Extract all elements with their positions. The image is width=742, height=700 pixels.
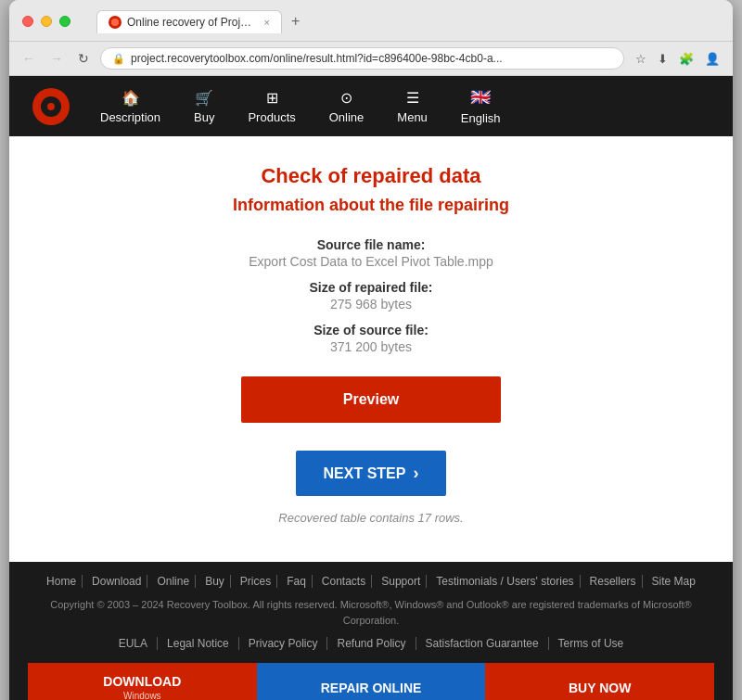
nav-menu-label: Menu	[397, 110, 428, 124]
logo-inner	[41, 96, 61, 117]
footer-link-download[interactable]: Download	[86, 575, 147, 588]
download-status-button[interactable]: ⬇	[654, 50, 672, 68]
site-header: 🏠 Description 🛒 Buy ⊞ Products ⊙ Online …	[9, 76, 733, 136]
flag-icon: 🇬🇧	[470, 87, 491, 108]
info-table: Source file name: Export Cost Data to Ex…	[46, 237, 696, 354]
tab-close-button[interactable]: ×	[264, 17, 270, 28]
online-icon: ⊙	[340, 89, 352, 107]
nav-description-label: Description	[100, 110, 160, 124]
main-content: Check of repaired data Information about…	[9, 136, 733, 562]
tab-list: Online recovery of Project file... × +	[96, 9, 307, 33]
minimize-dot[interactable]	[41, 16, 52, 27]
footer-link-buy[interactable]: Buy	[199, 575, 231, 588]
site-footer: Home Download Online Buy Prices Faq Cont…	[9, 562, 733, 700]
footer-copyright: Copyright © 2003 – 2024 Recovery Toolbox…	[28, 597, 714, 628]
next-step-arrow: ›	[413, 464, 418, 483]
new-tab-button[interactable]: +	[284, 9, 307, 33]
nav-online[interactable]: ⊙ Online	[313, 78, 381, 135]
nav-products-label: Products	[248, 110, 295, 124]
check-title: Check of repaired data	[46, 164, 696, 188]
source-size-value: 371 200 bytes	[46, 339, 696, 354]
next-step-button[interactable]: NEXT STEP ›	[296, 451, 447, 496]
logo[interactable]	[28, 83, 74, 130]
address-input[interactable]: 🔒 project.recoverytoolbox.com/online/res…	[100, 47, 624, 70]
maximize-dot[interactable]	[59, 16, 70, 27]
nav-online-label: Online	[329, 110, 365, 124]
footer-link-contacts[interactable]: Contacts	[316, 575, 372, 588]
active-tab[interactable]: Online recovery of Project file... ×	[96, 10, 282, 33]
recovered-text: Recovered table contains 17 rows.	[46, 511, 696, 525]
footer-link-prices[interactable]: Prices	[235, 575, 277, 588]
footer-link-sitemap[interactable]: Site Map	[646, 575, 701, 588]
repaired-size-value: 275 968 bytes	[46, 297, 696, 312]
menu-icon: ☰	[406, 89, 419, 107]
download-button[interactable]: DOWNLOAD Windows	[28, 663, 257, 700]
source-file-row: Source file name: Export Cost Data to Ex…	[46, 237, 696, 269]
footer-legal-notice[interactable]: Legal Notice	[158, 637, 239, 650]
footer-link-online[interactable]: Online	[151, 575, 196, 588]
footer-links: Home Download Online Buy Prices Faq Cont…	[28, 575, 714, 588]
footer-legal-links: EULA Legal Notice Privacy Policy Refund …	[28, 637, 714, 650]
footer-link-testimonials[interactable]: Testimonials / Users' stories	[430, 575, 580, 588]
nav-description[interactable]: 🏠 Description	[83, 78, 177, 135]
footer-link-support[interactable]: Support	[376, 575, 427, 588]
products-icon: ⊞	[266, 89, 278, 107]
lock-icon: 🔒	[112, 53, 125, 65]
next-step-label: NEXT STEP	[324, 465, 406, 482]
repaired-size-row: Size of repaired file: 275 968 bytes	[46, 280, 696, 312]
source-file-label: Source file name:	[46, 237, 696, 252]
close-dot[interactable]	[22, 16, 33, 27]
footer-eula[interactable]: EULA	[109, 637, 158, 650]
buy-now-button[interactable]: BUY NOW	[485, 663, 714, 700]
footer-terms-of-use[interactable]: Terms of Use	[549, 637, 633, 650]
bookmark-button[interactable]: ☆	[632, 50, 650, 68]
preview-button[interactable]: Preview	[241, 376, 501, 423]
home-icon: 🏠	[122, 89, 140, 107]
tab-favicon	[109, 16, 122, 29]
next-step-container: NEXT STEP ›	[46, 451, 696, 511]
repair-online-button[interactable]: REPAIR ONLINE	[257, 663, 486, 700]
download-sublabel: Windows	[123, 691, 161, 700]
repaired-size-label: Size of repaired file:	[46, 280, 696, 295]
forward-button[interactable]: →	[46, 49, 67, 68]
browser-window: Online recovery of Project file... × + ←…	[9, 0, 733, 700]
address-bar: ← → ↻ 🔒 project.recoverytoolbox.com/onli…	[9, 42, 733, 76]
refresh-button[interactable]: ↻	[74, 49, 93, 68]
extensions-button[interactable]: 🧩	[675, 50, 697, 68]
footer-privacy-policy[interactable]: Privacy Policy	[239, 637, 328, 650]
nav-items: 🏠 Description 🛒 Buy ⊞ Products ⊙ Online …	[83, 76, 714, 136]
nav-english-label: English	[461, 111, 501, 125]
footer-actions: DOWNLOAD Windows REPAIR ONLINE BUY NOW	[28, 663, 714, 700]
source-size-row: Size of source file: 371 200 bytes	[46, 323, 696, 354]
info-title: Information about the file repairing	[46, 196, 696, 215]
tab-title: Online recovery of Project file...	[127, 16, 255, 29]
back-button[interactable]: ←	[19, 49, 39, 68]
browser-actions: ☆ ⬇ 🧩 👤	[632, 50, 723, 68]
profile-button[interactable]: 👤	[701, 50, 723, 68]
url-text: project.recoverytoolbox.com/online/resul…	[131, 52, 612, 65]
title-bar-controls: Online recovery of Project file... × +	[22, 9, 720, 33]
source-file-value: Export Cost Data to Excel Pivot Table.mp…	[46, 254, 696, 269]
nav-buy-label: Buy	[194, 110, 214, 124]
footer-link-resellers[interactable]: Resellers	[584, 575, 643, 588]
footer-link-home[interactable]: Home	[41, 575, 83, 588]
nav-buy[interactable]: 🛒 Buy	[177, 78, 231, 135]
logo-dot	[47, 103, 55, 110]
nav-english[interactable]: 🇬🇧 English	[444, 76, 518, 136]
source-size-label: Size of source file:	[46, 323, 696, 337]
title-bar: Online recovery of Project file... × +	[9, 0, 733, 42]
footer-link-faq[interactable]: Faq	[281, 575, 313, 588]
nav-products[interactable]: ⊞ Products	[231, 78, 312, 135]
logo-circle	[32, 88, 70, 125]
nav-menu[interactable]: ☰ Menu	[380, 78, 444, 135]
footer-satisfaction-guarantee[interactable]: Satisfaction Guarantee	[416, 637, 549, 650]
footer-refund-policy[interactable]: Refund Policy	[327, 637, 416, 650]
cart-icon: 🛒	[195, 89, 213, 107]
download-label: DOWNLOAD	[103, 674, 181, 689]
